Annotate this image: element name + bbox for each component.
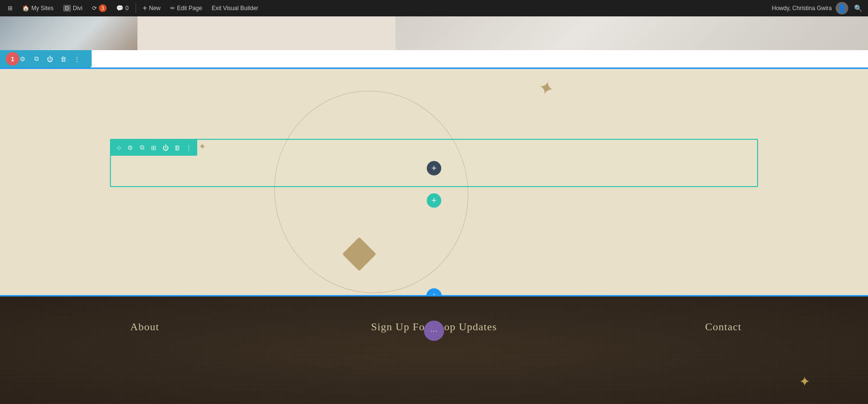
svg-point-0: [260, 88, 482, 296]
admin-bar: ⊞ 🏠 My Sites D Divi ⟳ 3 💬 0 + New ✏ Edit…: [0, 0, 868, 16]
footer-col-contact: Contact: [579, 321, 868, 333]
plus-icon: +: [143, 4, 147, 13]
top-image-section: [0, 16, 868, 50]
home-icon: 🏠: [22, 5, 29, 12]
admin-bar-right: Howdy, Christina Gwira 👤 🔍: [772, 2, 864, 14]
top-image-left: [0, 16, 137, 50]
module-duplicate-btn[interactable]: ⧉: [137, 141, 148, 154]
footer-about-link[interactable]: About: [130, 321, 159, 333]
my-sites-menu[interactable]: 🏠 My Sites: [18, 3, 57, 13]
module-row: ⊹ ⚙ ⧉ ⊞ ⏻ 🗑 ⋮ ✦ +: [110, 139, 758, 187]
module-columns-btn[interactable]: ⊞: [149, 141, 159, 154]
wordpress-logo-icon: ⊞: [8, 5, 13, 12]
divi-panel-toggle-btn[interactable]: ···: [424, 321, 444, 341]
add-module-btn[interactable]: +: [427, 161, 441, 175]
footer-col-signup: Sign Up For Shop Updates ···: [289, 321, 579, 333]
footer-contact-link[interactable]: Contact: [705, 321, 741, 333]
module-settings-btn[interactable]: ⚙: [125, 141, 136, 154]
exit-visual-builder-link[interactable]: Exit Visual Builder: [208, 3, 262, 13]
comments-menu[interactable]: 💬 0: [112, 3, 133, 13]
main-section: ✦ ⊹ ⚙ ⧉ ⊞ ⏻ 🗑 ⋮ ✦ +: [0, 67, 868, 296]
avatar[interactable]: 👤: [836, 2, 848, 14]
module-toolbar: ⊹ ⚙ ⧉ ⊞ ⏻ 🗑 ⋮: [110, 139, 197, 156]
top-image-right: [395, 16, 868, 50]
section-more-btn[interactable]: ⋮: [70, 53, 83, 65]
module-move-btn[interactable]: ⊹: [113, 141, 124, 154]
separator: [136, 3, 136, 13]
edit-icon: ✏: [170, 5, 175, 12]
comments-icon: 💬: [116, 5, 123, 12]
decorative-oval: [260, 88, 482, 296]
section-badge: 1: [6, 52, 19, 66]
section-duplicate-btn[interactable]: ⧉: [30, 53, 42, 65]
updates-icon: ⟳: [92, 5, 97, 12]
divi-menu[interactable]: D Divi: [59, 3, 86, 13]
footer: About Sign Up For Shop Updates ··· Conta…: [0, 296, 868, 404]
section-disable-btn[interactable]: ⏻: [43, 53, 56, 65]
module-star-decoration: ✦: [199, 141, 206, 152]
edit-page-link[interactable]: ✏ Edit Page: [166, 3, 206, 13]
section-delete-btn[interactable]: 🗑: [57, 53, 69, 65]
module-delete-btn[interactable]: 🗑: [172, 141, 182, 154]
footer-col-about: About: [0, 321, 289, 333]
search-icon[interactable]: 🔍: [852, 2, 864, 14]
new-menu[interactable]: + New: [139, 2, 164, 14]
divi-icon: D: [63, 5, 71, 12]
footer-star-decoration: ✦: [799, 374, 810, 390]
module-more-btn[interactable]: ⋮: [184, 141, 194, 154]
updates-menu[interactable]: ⟳ 3: [88, 2, 110, 14]
module-disable-btn[interactable]: ⏻: [160, 141, 171, 154]
page-wrapper: ⊹ ⚙ ⧉ ⏻ 🗑 ⋮ 1 ✦ ⊹ ⚙ ⧉ ⊞ ⏻: [0, 16, 868, 404]
add-row-btn[interactable]: +: [427, 193, 441, 208]
howdy-text: Howdy, Christina Gwira: [772, 5, 832, 12]
wordpress-icon[interactable]: ⊞: [4, 3, 16, 13]
star-decoration-top-right: ✦: [536, 77, 556, 99]
